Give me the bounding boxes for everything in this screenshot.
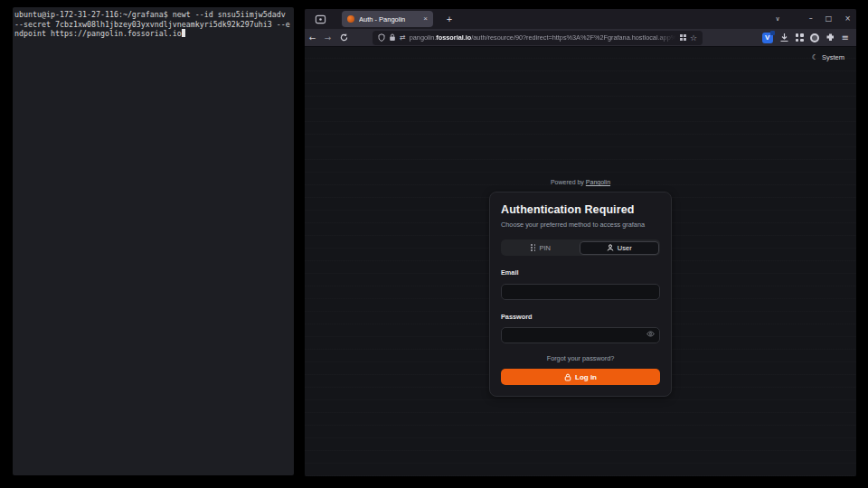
new-tab-button[interactable]: +: [442, 12, 457, 26]
tab-list-chevron-icon[interactable]: ∨: [776, 16, 780, 23]
card-title: Authentication Required: [501, 203, 660, 216]
terminal-line: ubuntu@ip-172-31-27-116:~/grafana$ newt …: [14, 10, 292, 20]
theme-label: System: [822, 53, 844, 61]
window-controls: ∨ – □ ×: [776, 9, 851, 29]
maximize-button[interactable]: □: [826, 15, 833, 23]
toolbar-extensions-area: V ≡: [762, 33, 849, 43]
email-field[interactable]: [501, 284, 660, 300]
tab-close-icon[interactable]: ×: [423, 15, 428, 23]
email-label: Email: [501, 268, 660, 277]
url-bar[interactable]: ⇄ pangolin.fossorial.io/auth/resource/90…: [373, 31, 703, 45]
hamburger-menu-icon[interactable]: ≡: [842, 33, 849, 42]
desktop: ubuntu@ip-172-31-27-116:~/grafana$ newt …: [0, 0, 868, 488]
tab-pin[interactable]: PIN: [503, 241, 580, 255]
terminal-line: --secret 7cbz1xw08lh1jbzey03yxvndljvneam…: [14, 20, 292, 30]
tab-bar: Auth - Pangolin × + ∨ – □ ×: [305, 9, 856, 29]
password-label: Password: [501, 313, 660, 321]
card-subtitle: Choose your preferred method to access g…: [501, 221, 660, 229]
auth-card: Authentication Required Choose your pref…: [489, 192, 672, 397]
privacy-extension-icon[interactable]: [810, 33, 819, 42]
pangolin-link[interactable]: Pangolin: [586, 179, 610, 185]
reload-button[interactable]: [340, 33, 348, 42]
moon-icon: ☾: [812, 53, 818, 61]
powered-by: Powered by Pangolin: [489, 179, 672, 185]
firefox-view-icon[interactable]: [315, 14, 326, 25]
login-lock-icon: [564, 373, 571, 381]
minimize-button[interactable]: –: [809, 15, 813, 23]
lock-icon[interactable]: [389, 33, 396, 42]
downloads-icon[interactable]: [779, 33, 789, 42]
shortcuts-grid-icon[interactable]: [680, 34, 686, 41]
pangolin-favicon-icon: [347, 15, 354, 23]
forward-button[interactable]: →: [320, 33, 335, 42]
browser-tab-auth-pangolin[interactable]: Auth - Pangolin ×: [342, 11, 433, 27]
terminal-line: ndpoint https://pangolin.fossorial.io: [14, 29, 292, 39]
back-button[interactable]: ←: [305, 33, 320, 42]
auth-method-tabs: PIN User: [501, 239, 660, 256]
url-text: pangolin.fossorial.io/auth/resource/90?r…: [410, 33, 676, 42]
browser-toolbar: ← → ⇄ pangolin.fossorial.io/auth/resourc…: [305, 29, 856, 47]
terminal-cursor: [182, 29, 186, 37]
permissions-swap-icon[interactable]: ⇄: [400, 33, 406, 42]
show-password-eye-icon[interactable]: [646, 330, 655, 338]
tab-user[interactable]: User: [580, 241, 659, 255]
puzzle-extension-icon[interactable]: [826, 33, 835, 42]
tab-title: Auth - Pangolin: [359, 15, 419, 23]
bookmark-star-icon[interactable]: ☆: [690, 33, 697, 42]
extensions-grid-icon[interactable]: [796, 33, 804, 42]
theme-toggle[interactable]: ☾ System: [812, 53, 844, 61]
shield-icon[interactable]: [378, 33, 385, 42]
user-icon: [607, 244, 614, 251]
password-field[interactable]: [501, 327, 660, 343]
login-button[interactable]: Log in: [501, 369, 660, 385]
auth-column: Powered by Pangolin Authentication Requi…: [489, 179, 672, 397]
keypad-icon: [531, 244, 535, 251]
forgot-password-link[interactable]: Forgot your password?: [501, 354, 660, 362]
page-content: ☾ System Powered by Pangolin Authenticat…: [305, 47, 856, 476]
terminal-window[interactable]: ubuntu@ip-172-31-27-116:~/grafana$ newt …: [13, 7, 294, 475]
window-close-button[interactable]: ×: [844, 15, 851, 23]
browser-window: Auth - Pangolin × + ∨ – □ × ← → ⇄ pangol…: [305, 9, 856, 476]
vimium-extension-icon[interactable]: V: [762, 33, 773, 43]
